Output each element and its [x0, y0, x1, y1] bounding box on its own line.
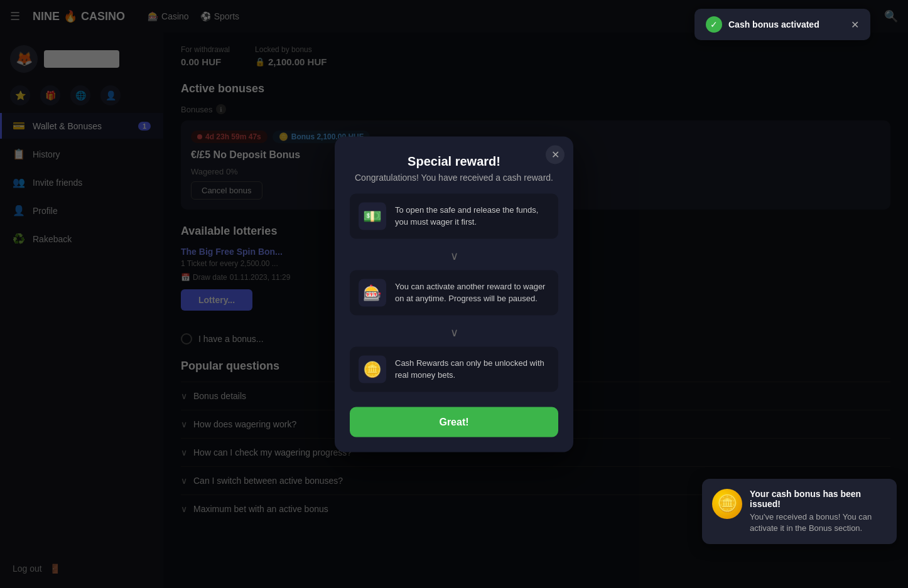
modal-title: Special reward! [350, 154, 558, 168]
modal-info-text-0: To open the safe and release the funds, … [395, 205, 549, 227]
toast-coin-icon: 🪙 [712, 489, 742, 519]
modal-subtitle: Congratulations! You have received a cas… [350, 172, 558, 182]
modal-info-text-1: You can activate another reward to wager… [395, 281, 549, 304]
modal-info-item-0: 💵 To open the safe and release the funds… [350, 193, 558, 238]
modal-close-button[interactable]: ✕ [546, 145, 565, 164]
toast-bottom: 🪙 Your cash bonus has been issued! You'v… [702, 479, 897, 544]
modal-info-icon-0: 💵 [359, 202, 386, 230]
toast-close-button[interactable]: ✕ [851, 19, 859, 31]
toast-check-icon: ✓ [706, 16, 722, 33]
toast-bottom-text: You've received a bonus! You can activat… [750, 511, 887, 534]
toast-top: ✓ Cash bonus activated ✕ [695, 9, 870, 40]
special-reward-modal: ✕ Special reward! Congratulations! You h… [335, 136, 573, 452]
toast-message: Cash bonus activated [728, 19, 819, 29]
modal-info-icon-2: 🪙 [359, 355, 386, 383]
modal-info-icon-1: 🎰 [359, 279, 386, 306]
great-button[interactable]: Great! [350, 407, 558, 437]
modal-info-item-1: 🎰 You can activate another reward to wag… [350, 270, 558, 315]
chevron-separator-0: ∨ [350, 249, 558, 262]
toast-bottom-title: Your cash bonus has been issued! [750, 489, 887, 509]
chevron-separator-1: ∨ [350, 325, 558, 339]
modal-info-list: 💵 To open the safe and release the funds… [350, 193, 558, 392]
toast-bottom-content: Your cash bonus has been issued! You've … [750, 489, 887, 534]
modal-info-text-2: Cash Rewards can only be unlocked with r… [395, 358, 549, 380]
modal-info-item-2: 🪙 Cash Rewards can only be unlocked with… [350, 346, 558, 392]
